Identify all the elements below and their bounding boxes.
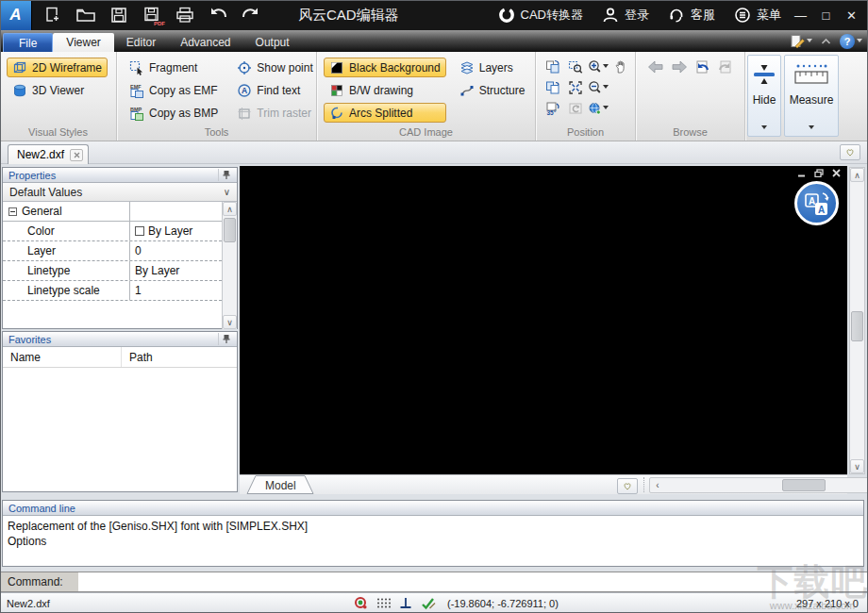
help-button[interactable]: ? (840, 34, 862, 49)
scroll-thumb[interactable] (851, 311, 863, 341)
open-file-button[interactable] (75, 4, 97, 26)
fragment-button[interactable]: Fragment (124, 58, 224, 77)
scroll-left-icon[interactable]: ‹ (650, 478, 665, 492)
scroll-up-icon[interactable]: ∧ (850, 168, 864, 182)
drawing-canvas[interactable]: A A (240, 166, 847, 474)
sketch-check-icon[interactable] (421, 597, 436, 610)
zoom-in-button[interactable] (587, 57, 609, 77)
command-line-header[interactable]: Command line (3, 501, 863, 516)
tab-viewer[interactable]: Viewer (53, 33, 113, 52)
app-logo-letter: A (9, 6, 21, 25)
pin-button[interactable] (218, 169, 233, 181)
ortho-icon[interactable] (399, 597, 412, 609)
black-background-button[interactable]: Black Background (324, 58, 446, 77)
property-value[interactable]: By Layer (129, 261, 222, 280)
3d-viewer-button[interactable]: 3D Viewer (7, 80, 108, 100)
layers-button[interactable]: Layers (454, 58, 531, 77)
edit-page-icon (790, 34, 805, 49)
redo-button[interactable] (240, 4, 262, 26)
scroll-thumb[interactable] (782, 479, 826, 491)
new-file-icon (43, 6, 62, 25)
undo-view-icon[interactable] (694, 59, 710, 75)
properties-scrollbar[interactable]: ∧ ∨ (222, 202, 237, 329)
properties-header[interactable]: Properties (3, 168, 237, 183)
column-name[interactable]: Name (3, 347, 122, 367)
copy-pages-button[interactable] (542, 77, 564, 98)
fit-to-screen-button[interactable] (564, 77, 587, 98)
document-close-button[interactable] (70, 149, 83, 161)
close-button[interactable]: ✕ (839, 0, 864, 30)
save-as-pdf-button[interactable]: PDF (141, 4, 163, 26)
measure-icon (793, 62, 830, 87)
customize-button[interactable] (790, 34, 812, 49)
translate-fab-button[interactable]: A A (794, 181, 839, 225)
login-button[interactable]: 登录 (602, 7, 649, 24)
scroll-thumb[interactable] (224, 218, 236, 242)
command-input[interactable] (78, 572, 868, 592)
bw-drawing-button[interactable]: B/W drawing (324, 80, 446, 100)
rotate-pages-button[interactable] (542, 57, 564, 77)
tab-output[interactable]: Output (243, 33, 302, 52)
zoom-window-button[interactable] (564, 57, 587, 77)
layout-expand-button[interactable] (617, 478, 638, 494)
save-button[interactable] (108, 4, 130, 26)
2d-wireframe-button[interactable]: 2D Wireframe (7, 58, 108, 77)
scroll-up-icon[interactable]: ∧ (223, 202, 237, 216)
previous-view-button[interactable] (564, 98, 587, 119)
zoom-scale-button[interactable] (587, 98, 609, 119)
collapse-section-icon[interactable] (8, 207, 17, 216)
support-button[interactable]: 客服 (668, 7, 715, 24)
property-value[interactable]: By Layer (129, 222, 222, 240)
show-point-button[interactable]: Show point (231, 58, 318, 77)
collapse-ribbon-icon[interactable] (820, 37, 832, 46)
pin-button[interactable] (218, 333, 233, 345)
new-file-button[interactable] (42, 4, 64, 26)
tab-file[interactable]: File (3, 33, 53, 52)
mdi-restore-icon[interactable] (814, 169, 824, 177)
favorites-header[interactable]: Favorites (3, 332, 237, 347)
document-tab[interactable]: New2.dxf (8, 144, 89, 164)
menu-button[interactable]: 菜单 (734, 7, 781, 24)
trim-raster-button[interactable]: Trim raster (231, 103, 318, 123)
horizontal-scrollbar[interactable]: ‹ › (649, 477, 868, 493)
status-coordinates: (-19.8604; -6.726911; 0) (436, 598, 559, 609)
property-value[interactable]: 0 (129, 241, 222, 260)
close-icon (74, 152, 80, 158)
model-tab[interactable]: Model (244, 475, 316, 494)
mdi-close-icon[interactable] (832, 169, 841, 177)
grid-snap-icon[interactable] (376, 597, 391, 609)
minimize-button[interactable]: — (788, 0, 813, 30)
redo-view-icon[interactable] (717, 59, 733, 75)
copy-as-bmp-button[interactable]: BMP Copy as BMP (124, 103, 224, 123)
scroll-down-icon[interactable]: ∨ (223, 315, 237, 329)
measure-label: Measure (790, 93, 834, 107)
back-arrow-icon[interactable] (647, 60, 664, 74)
column-path[interactable]: Path (122, 351, 153, 364)
print-button[interactable] (174, 4, 196, 26)
tab-advanced[interactable]: Advanced (168, 33, 242, 52)
rotate-angle-button[interactable]: 35° (542, 98, 564, 119)
copy-as-emf-button[interactable]: EMF Copy as EMF (124, 80, 224, 100)
find-text-button[interactable]: A Find text (231, 80, 318, 100)
forward-arrow-icon[interactable] (671, 60, 688, 74)
section-row[interactable]: General (3, 202, 222, 222)
measure-button[interactable]: Measure (784, 55, 839, 137)
preset-combo[interactable]: Default Values ∨ (3, 183, 237, 202)
scroll-down-icon[interactable]: ∨ (850, 459, 864, 473)
arcs-splitted-button[interactable]: Arcs Splitted (324, 103, 446, 123)
property-value[interactable]: 1 (129, 281, 222, 300)
divider (643, 477, 644, 492)
zoom-out-button[interactable] (587, 77, 609, 98)
pan-button[interactable] (609, 57, 632, 77)
app-logo-icon[interactable]: A (0, 0, 32, 30)
structure-button[interactable]: Structure (454, 80, 531, 100)
maximize-button[interactable]: □ (813, 0, 839, 30)
tab-editor[interactable]: Editor (114, 33, 168, 52)
osnap-icon[interactable] (354, 596, 368, 610)
hide-button[interactable]: Hide (747, 55, 781, 137)
panel-expand-button[interactable] (840, 144, 860, 160)
undo-button[interactable] (207, 4, 229, 26)
cad-converter-button[interactable]: CAD转换器 (498, 7, 583, 24)
vertical-scrollbar[interactable]: ∧ ∨ (849, 167, 865, 474)
mdi-minimize-icon[interactable] (797, 169, 806, 177)
